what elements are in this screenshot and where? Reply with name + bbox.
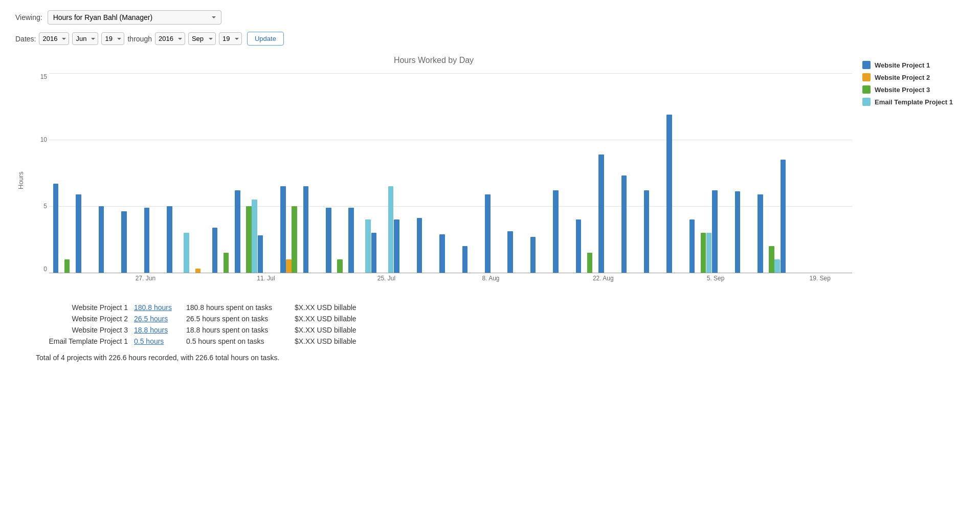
chart-area: Hours 15105027. Jun11. Jul25. Jul8. Aug2… [15,73,852,288]
bar [121,211,126,273]
day-group [280,186,302,273]
date-from-day-select[interactable]: 19 [101,32,124,45]
day-group [576,219,598,273]
date-from-year-select[interactable]: 2016 [39,32,69,45]
date-to-year-select[interactable]: 2016 [155,32,185,45]
legend-label: Website Project 1 [875,61,930,69]
bar [388,186,393,273]
summary-billable-text: $X.XX USD billable [295,315,357,323]
summary-billable-text: $X.XX USD billable [295,326,357,334]
bar [712,190,717,273]
legend-label: Website Project 2 [875,74,930,81]
x-axis-label: 11. Jul [257,275,275,282]
bar [286,259,291,273]
legend-item: Website Project 3 [862,85,954,94]
day-group [462,246,484,273]
summary-hours-link[interactable]: 180.8 hours [134,303,180,312]
summary-row: Website Project 318.8 hours18.8 hours sp… [36,326,965,334]
summary-project-name: Website Project 3 [36,326,128,334]
bar [666,115,672,273]
bar [144,208,149,273]
summary-project-name: Website Project 1 [36,303,128,312]
bar [598,155,604,273]
summary-hours-link[interactable]: 18.8 hours [134,326,180,334]
x-axis-label: 8. Aug [482,275,499,282]
viewing-select[interactable]: Hours for Ryan Bahl (Manager) [48,10,221,25]
bar [212,228,217,273]
bar [417,218,422,273]
summary-spent-text: 0.5 hours spent on tasks [186,337,288,345]
bar [689,219,695,273]
update-button[interactable]: Update [247,32,284,46]
bar [184,233,189,273]
x-axis-label: 25. Jul [377,275,395,282]
bar [462,246,467,273]
bar [303,186,308,273]
day-group [507,231,529,273]
bar [99,206,104,273]
summary-hours-link[interactable]: 26.5 hours [134,315,180,323]
bar [576,219,581,273]
chart-inner: 15105027. Jun11. Jul25. Jul8. Aug22. Aug… [30,73,852,288]
legend-item: Email Template Project 1 [862,98,954,106]
summary-row: Website Project 226.5 hours26.5 hours sp… [36,315,965,323]
bar [701,233,706,273]
dates-label: Dates: [15,35,36,43]
legend-label: Website Project 3 [875,86,930,94]
day-group [485,194,507,273]
legend-color-box [862,73,871,81]
bar [258,235,263,273]
bar [76,194,81,273]
summary-billable-text: $X.XX USD billable [295,303,357,312]
day-group [689,219,711,273]
bar [507,231,513,273]
summary-project-name: Email Template Project 1 [36,337,128,345]
dates-row: Dates: 2016 Jun 19 through 2016 Sep 19 U… [15,32,965,46]
legend-color-box [862,85,871,94]
day-group [781,160,803,273]
bar [781,160,786,273]
day-group [666,115,688,273]
day-group [212,228,234,273]
summary-spent-text: 18.8 hours spent on tasks [186,326,288,334]
bar [292,206,297,273]
bar [348,208,353,273]
day-group [348,208,370,273]
legend-label: Email Template Project 1 [875,98,953,106]
chart-container: Hours Worked by Day Hours 15105027. Jun1… [15,56,852,288]
summary-hours-link[interactable]: 0.5 hours [134,337,180,345]
bar [365,219,370,273]
day-group [598,155,620,273]
y-axis-label: Hours [15,73,26,288]
bar [64,259,70,273]
chart-section: Hours Worked by Day Hours 15105027. Jun1… [15,56,965,288]
day-group [371,186,393,273]
summary-table: Website Project 1180.8 hours180.8 hours … [15,303,965,345]
legend-color-box [862,61,871,69]
summary-row: Website Project 1180.8 hours180.8 hours … [36,303,965,312]
summary-billable-text: $X.XX USD billable [295,337,357,345]
day-group [258,235,280,273]
day-group [190,269,212,273]
bar [53,184,58,273]
bar [224,253,229,273]
day-group [553,190,575,273]
date-to-day-select[interactable]: 19 [219,32,242,45]
bar [252,200,257,273]
day-group [99,206,121,273]
date-to-month-select[interactable]: Sep [188,32,216,45]
bar [735,191,740,273]
bar [758,194,763,273]
legend-item: Website Project 1 [862,61,954,69]
day-group [644,190,666,273]
date-from-month-select[interactable]: Jun [72,32,98,45]
legend: Website Project 1Website Project 2Websit… [852,56,965,111]
day-group [235,190,257,273]
bar [371,233,376,273]
x-axis-label: 5. Sep [707,275,725,282]
bar [439,234,444,273]
bar [769,246,774,273]
viewing-label: Viewing: [15,13,42,21]
bar [553,190,558,273]
day-group [121,211,143,273]
